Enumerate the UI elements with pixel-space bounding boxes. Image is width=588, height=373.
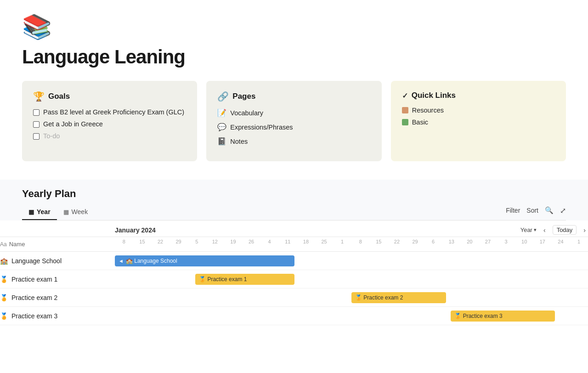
row-bars-exam-3: 🏅 Practice exam 3 [115,307,588,325]
notes-icon: 📓 [217,137,226,146]
date-25: 25 [315,239,334,249]
vocabulary-label: Vocabulary [230,109,263,117]
row-practice-exam-3: 🏅 Practice exam 3 🏅 Practice exam 3 [0,307,588,325]
gantt-container: January 2024 Year ▾ ‹ Today › Aa Name 8 … [0,220,588,325]
date-12: 12 [206,239,224,249]
links-card-header: ✓ Quick Links [402,91,555,100]
today-button[interactable]: Today [553,225,577,235]
bar-practice-exam-2[interactable]: 🏅 Practice exam 2 [351,292,446,303]
lang-school-icon: 🏫 [0,257,8,265]
filter-button[interactable]: Filter [506,207,520,214]
pages-card: 🔗 Pages 📝 Vocabulary 💬 Expressions/Phras… [206,81,381,161]
row-name-exam-1: 🏅 Practice exam 1 [0,276,115,283]
date-26: 26 [242,239,260,249]
search-icon[interactable]: 🔍 [545,206,554,215]
date-19: 19 [224,239,243,249]
goal-item-1[interactable]: Pass B2 level at Greek Proficiency Exam … [33,108,186,116]
tabs-row: ▦ Year ▦ Week Filter Sort 🔍 ⤢ [22,200,566,220]
page-link-notes[interactable]: 📓 Notes [217,137,370,146]
tabs-right: Filter Sort 🔍 ⤢ [506,206,566,219]
goal-2-checkbox[interactable] [33,121,40,128]
date-22b: 22 [388,239,406,249]
week-tab-label: Week [72,208,88,215]
goal-3-checkbox[interactable] [33,133,40,140]
bar-language-school[interactable]: ◄ 🏫 Language School [115,255,294,266]
prev-button[interactable]: ‹ [541,226,548,235]
date-29b: 29 [406,239,424,249]
tab-week[interactable]: ▦ Week [57,204,95,220]
page-link-vocabulary[interactable]: 📝 Vocabulary [217,108,370,117]
bar-exam-3-label: 🏅 Practice exam 3 [454,313,502,319]
bar-practice-exam-1[interactable]: 🏅 Practice exam 1 [195,274,294,285]
goal-item-2[interactable]: Get a Job in Greece [33,120,186,128]
yearly-plan-title: Yearly Plan [22,180,566,200]
date-header-row: 8 15 22 29 5 12 19 26 4 11 18 25 1 8 15 … [115,239,588,249]
date-5: 5 [187,239,206,249]
goal-1-text: Pass B2 level at Greek Proficiency Exam … [43,108,184,116]
date-17: 17 [533,239,552,249]
date-8b: 8 [351,239,370,249]
exam-2-name: Practice exam 2 [11,294,57,301]
bar-lang-school-label: 🏫 Language School [126,258,177,264]
goal-1-checkbox[interactable] [33,109,40,116]
basic-label: Basic [412,119,428,126]
sort-button[interactable]: Sort [526,207,538,214]
row-language-school: 🏫 Language School ◄ 🏫 Language School [0,252,588,270]
pages-card-header: 🔗 Pages [217,91,370,102]
date-24: 24 [552,239,570,249]
exam-2-icon: 🏅 [0,294,8,301]
resources-dot [402,107,408,113]
row-bars-exam-2: 🏅 Practice exam 2 [115,288,588,307]
page-link-expressions[interactable]: 💬 Expressions/Phrases [217,123,370,131]
quick-links-card: ✓ Quick Links Resources Basic [391,81,566,161]
gantt-month-label: January 2024 [115,226,156,234]
exam-3-icon: 🏅 [0,312,8,320]
year-dropdown[interactable]: Year ▾ [520,226,537,233]
date-1a: 1 [333,239,351,249]
chevron-down-icon: ▾ [534,227,537,233]
date-10: 10 [515,239,533,249]
row-practice-exam-2: 🏅 Practice exam 2 🏅 Practice exam 2 [0,288,588,307]
date-15b: 15 [370,239,388,249]
expand-icon[interactable]: ⤢ [560,206,566,215]
quick-link-basic[interactable]: Basic [402,119,555,126]
vocabulary-icon: 📝 [217,108,226,117]
quick-link-resources[interactable]: Resources [402,107,555,114]
year-dropdown-label: Year [520,226,532,233]
year-tab-label: Year [37,208,51,215]
gantt-header: January 2024 Year ▾ ‹ Today › [0,220,588,237]
goals-card-header: 🏆 Goals [33,91,186,102]
goal-2-text: Get a Job in Greece [43,120,103,128]
notes-label: Notes [230,138,248,145]
date-11: 11 [278,239,297,249]
row-bars-exam-1: 🏅 Practice exam 1 [115,270,588,288]
expressions-icon: 💬 [217,123,226,131]
pages-card-title: Pages [232,92,255,101]
goals-card-title: Goals [48,92,70,101]
expressions-label: Expressions/Phrases [230,124,293,131]
date-20: 20 [461,239,479,249]
name-col-header: Name [9,241,25,248]
row-name-exam-2: 🏅 Practice exam 2 [0,294,115,301]
resources-label: Resources [412,107,444,114]
date-27: 27 [479,239,497,249]
row-name-exam-3: 🏅 Practice exam 3 [0,312,115,320]
date-1b: 1 [570,239,588,249]
yearly-plan-section: Yearly Plan ▦ Year ▦ Week Filter Sort 🔍 … [0,180,588,220]
bar-arrow-icon: ◄ [119,258,124,264]
tabs-left: ▦ Year ▦ Week [22,204,94,220]
exam-3-name: Practice exam 3 [11,312,57,320]
tab-year[interactable]: ▦ Year [22,204,57,220]
date-22: 22 [151,239,170,249]
week-tab-icon: ▦ [63,209,69,215]
date-18: 18 [297,239,315,249]
date-4: 4 [260,239,279,249]
checkmark-icon: ✓ [402,91,408,100]
bar-exam-2-label: 🏅 Practice exam 2 [355,294,403,301]
goal-item-3[interactable]: To-do [33,132,186,140]
next-button[interactable]: › [581,226,588,235]
date-8: 8 [115,239,133,249]
bar-practice-exam-3[interactable]: 🏅 Practice exam 3 [451,311,555,322]
date-6: 6 [424,239,442,249]
row-bars-language-school: ◄ 🏫 Language School [115,252,588,270]
